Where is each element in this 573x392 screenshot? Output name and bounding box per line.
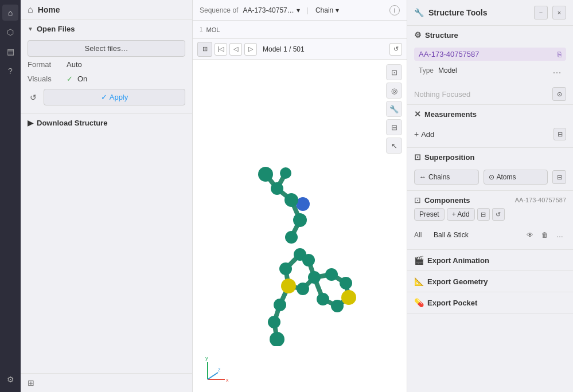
minimize-panel-button[interactable]: − [534,6,548,19]
structure-section: ⚙ Structure AA-173-40757587 ⎘ Type Model… [407,26,573,105]
svg-point-27 [258,167,273,182]
superposition-content: ↔ Chains ⊙ Atoms ⊟ [407,166,573,190]
component-more-button[interactable]: … [553,229,566,241]
open-files-chevron: ▼ [28,26,33,32]
chain-dropdown-icon: ▾ [336,6,339,14]
viewport-3d[interactable]: ⊡ ◎ 🔧 ⊟ ↖ x y z [193,60,407,392]
wrench-tool-button[interactable]: 🔧 [386,101,402,117]
focus-button[interactable]: ⊙ [552,87,566,101]
structure-name: AA-173-40757587 [419,50,554,58]
expand-tool-button[interactable]: ⊡ [386,64,402,80]
refresh-view-button[interactable]: ↺ [389,43,402,56]
model-prev-button[interactable]: ◁ [229,43,242,56]
component-grid-button[interactable]: ⊟ [477,208,490,221]
sequence-selector[interactable]: AA-173-40757… ▾ [243,6,299,14]
visuals-check-icon: ✓ [67,75,73,83]
component-item-row: All Ball & Stick 👁 🗑 … [414,226,566,244]
structure-icon: ⚙ [414,30,422,40]
export-geometry-label: Export Geometry [427,277,488,286]
sequence-dropdown-icon: ▾ [297,6,300,14]
superposition-title: Superposition [424,153,474,162]
delete-component-button[interactable]: 🗑 [539,229,551,241]
export-animation-section[interactable]: 🎬 Export Animation [407,250,573,271]
type-row: Type Model … [414,63,566,78]
open-files-header[interactable]: ▼ Open Files [21,20,192,38]
download-title: Download Structure [37,119,108,127]
model-first-button[interactable]: |◁ [215,43,227,56]
components-title: Components [424,196,512,205]
open-files-title: Open Files [37,25,75,33]
visuals-label: Visuals [28,75,62,83]
right-panel: 🔧 Structure Tools − × ⚙ Structure AA-173… [407,0,573,392]
bottom-settings-button[interactable]: ⊞ [28,378,34,387]
svg-point-34 [302,254,315,266]
components-list: All Ball & Stick 👁 🗑 … [407,223,573,249]
superposition-header: ⊡ Superposition [407,148,573,166]
svg-point-32 [297,283,309,295]
svg-point-28 [280,167,291,179]
export-animation-icon: 🎬 [414,256,424,265]
svg-point-26 [271,182,283,195]
apply-button[interactable]: ✓ Apply [44,89,185,105]
axes-display: x y z [202,351,236,385]
chains-button[interactable]: ↔ Chains [414,170,479,185]
download-structure-section[interactable]: ▶ Download Structure [21,114,192,132]
globe-tool-button[interactable]: ◎ [386,83,402,99]
select-files-button[interactable]: Select files… [28,40,185,57]
svg-point-21 [281,279,296,293]
help-icon[interactable]: ? [2,63,18,79]
superposition-settings-button[interactable]: ⊟ [552,170,566,184]
svg-point-35 [325,268,338,281]
add-measurement-button[interactable]: + Add [414,130,434,139]
open-files-content: Select files… Format Auto Visuals ✓ On ↺… [21,38,192,113]
sequence-display: 1 MOL [193,21,407,39]
type-more-button[interactable]: … [552,65,562,76]
seq-line-number: 1 [200,26,203,33]
right-panel-title: Structure Tools [428,8,529,17]
chain-selector[interactable]: Chain ▾ [315,6,339,14]
component-refresh-button[interactable]: ↺ [492,208,505,221]
svg-text:z: z [218,367,221,373]
preset-label: Preset [419,210,439,218]
components-header-row: ⊡ Components AA-173-40757587 [414,195,566,208]
settings-bottom-icon[interactable]: ⚙ [2,371,18,387]
chains-label: Chains [428,173,450,181]
measurements-title: Measurements [424,110,477,119]
toggle-visibility-button[interactable]: 👁 [524,229,536,241]
sequence-label: Sequence of [200,6,238,14]
svg-point-22 [341,290,356,305]
molecule-display [193,60,407,392]
add-component-button[interactable]: + Add [447,208,475,221]
copy-structure-button[interactable]: ⎘ [558,50,562,58]
sliders-tool-button[interactable]: ⊟ [386,119,402,135]
model-next-button[interactable]: ▷ [244,43,257,56]
format-label: Format [28,60,62,69]
apply-label: Apply [110,93,128,101]
molecule-icon[interactable]: ⬡ [2,24,18,40]
info-button[interactable]: i [389,5,400,15]
atoms-button[interactable]: ⊙ Atoms [484,170,548,185]
measurement-settings-button[interactable]: ⊟ [553,128,566,140]
component-item-label: All [414,231,430,239]
axes-svg: x y z [202,351,236,385]
preset-button[interactable]: Preset [414,208,445,221]
type-value: Model [438,66,548,75]
components-section: ⊡ Components AA-173-40757587 Preset + Ad… [407,191,573,250]
export-pocket-icon: 💊 [414,298,424,307]
components-header-area: ⊡ Components AA-173-40757587 Preset + Ad… [407,191,573,223]
refresh-button[interactable]: ↺ [28,91,39,104]
grid-view-button[interactable]: ⊞ [197,42,212,57]
close-panel-button[interactable]: × [552,6,566,19]
left-panel: ⌂ Home ▼ Open Files Select files… Format… [21,0,193,392]
nothing-focused-row: Nothing Focused ⊙ [407,84,573,104]
export-pocket-section[interactable]: 💊 Export Pocket [407,292,573,313]
home-icon[interactable]: ⌂ [2,5,18,21]
home-header: ⌂ Home [21,0,192,20]
svg-point-24 [293,213,307,227]
model-label: Model 1 / 501 [259,45,308,53]
layers-icon[interactable]: ▤ [2,44,18,60]
export-geometry-section[interactable]: 📐 Export Geometry [407,271,573,292]
export-pocket-label: Export Pocket [427,299,477,307]
svg-text:y: y [205,355,208,361]
cursor-tool-button[interactable]: ↖ [386,138,402,154]
